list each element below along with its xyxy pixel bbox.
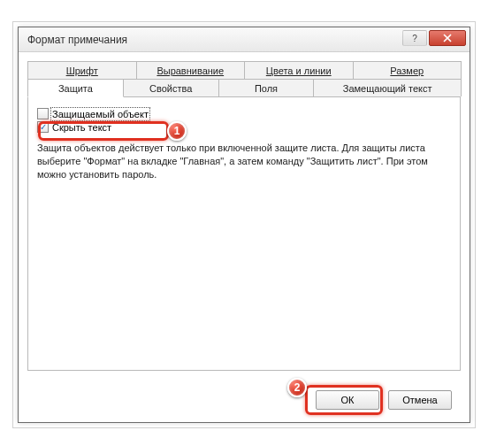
callout-number: 2 — [294, 381, 301, 394]
tab-alignment[interactable]: Выравнивание — [136, 61, 246, 79]
close-button[interactable] — [429, 30, 466, 46]
tab-colors-lines[interactable]: Цвета и линии — [244, 61, 354, 79]
tab-label: Шрифт — [66, 65, 98, 76]
tab-label: Замещающий текст — [343, 83, 432, 94]
tab-label: Размер — [390, 65, 424, 76]
tab-protection[interactable]: Защита — [27, 79, 124, 97]
tab-panel-protection: Защищаемый объект ✓ Скрыть текст Защита … — [27, 96, 461, 371]
hide-text-checkbox-row[interactable]: ✓ Скрыть текст — [37, 121, 451, 133]
tab-font[interactable]: Шрифт — [27, 61, 137, 79]
callout-number: 1 — [174, 125, 180, 137]
callout-1: 1 — [167, 121, 187, 141]
help-icon: ? — [412, 34, 417, 43]
close-icon — [443, 34, 452, 42]
help-button[interactable]: ? — [402, 30, 427, 46]
tab-label: Выравнивание — [157, 65, 224, 76]
cancel-button[interactable]: Отмена — [388, 390, 452, 410]
lock-object-checkbox-row[interactable]: Защищаемый объект — [37, 108, 451, 119]
checkbox-icon — [37, 108, 49, 119]
ok-button-label: ОК — [341, 395, 355, 405]
titlebar: Формат примечания ? — [19, 27, 470, 52]
checkbox-icon-checked: ✓ — [37, 121, 49, 133]
cancel-button-label: Отмена — [402, 395, 437, 405]
tab-label: Защита — [58, 83, 93, 94]
tab-label: Поля — [255, 83, 278, 94]
tab-row-1: Шрифт Выравнивание Цвета и линии Размер — [27, 61, 461, 79]
tab-row-2: Защита Свойства Поля Замещающий текст — [27, 79, 461, 96]
window-controls: ? — [402, 30, 466, 46]
tab-alt-text[interactable]: Замещающий текст — [313, 79, 462, 96]
hide-text-label: Скрыть текст — [52, 122, 111, 133]
dialog-button-bar: ОК Отмена — [316, 390, 452, 410]
tab-label: Свойства — [149, 83, 192, 94]
format-comment-dialog: Формат примечания ? Шрифт Выравнивание Ц… — [18, 27, 470, 423]
dialog-content: Шрифт Выравнивание Цвета и линии Размер … — [19, 52, 470, 380]
tab-margins[interactable]: Поля — [218, 79, 315, 96]
protection-description: Защита объектов действует только при вкл… — [37, 142, 451, 181]
tab-strip: Шрифт Выравнивание Цвета и линии Размер … — [27, 61, 461, 371]
ok-button[interactable]: ОК — [316, 390, 379, 410]
callout-2: 2 — [287, 378, 307, 397]
dialog-title: Формат примечания — [27, 34, 127, 46]
tab-size[interactable]: Размер — [353, 61, 462, 79]
tab-properties[interactable]: Свойства — [123, 79, 219, 96]
lock-object-label: Защищаемый объект — [52, 109, 149, 119]
tab-label: Цвета и линии — [266, 65, 332, 76]
